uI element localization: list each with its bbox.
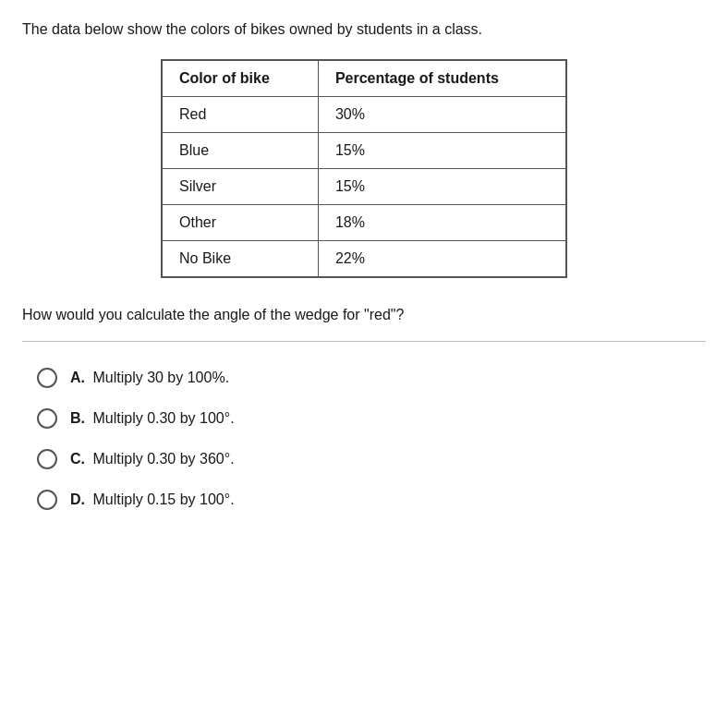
table-row: Blue15% — [162, 133, 566, 169]
table-cell-percentage: 30% — [318, 97, 566, 133]
divider — [22, 341, 706, 342]
table-cell-percentage: 15% — [318, 169, 566, 205]
table-row: Silver15% — [162, 169, 566, 205]
option-b[interactable]: B. Multiply 0.30 by 100°. — [37, 408, 691, 429]
radio-b[interactable] — [37, 408, 57, 429]
table-cell-color: No Bike — [162, 241, 318, 278]
question-text: How would you calculate the angle of the… — [22, 304, 706, 326]
table-cell-percentage: 18% — [318, 205, 566, 241]
table-row: Red30% — [162, 97, 566, 133]
option-label-b: B. Multiply 0.30 by 100°. — [70, 410, 235, 427]
table-cell-percentage: 15% — [318, 133, 566, 169]
table-header-row: Color of bike Percentage of students — [162, 60, 566, 97]
radio-d[interactable] — [37, 490, 57, 510]
table-cell-percentage: 22% — [318, 241, 566, 278]
option-d[interactable]: D. Multiply 0.15 by 100°. — [37, 490, 691, 510]
option-label-a: A. Multiply 30 by 100%. — [70, 370, 229, 386]
option-c[interactable]: C. Multiply 0.30 by 360°. — [37, 449, 691, 469]
options-list: A. Multiply 30 by 100%.B. Multiply 0.30 … — [22, 368, 706, 510]
bike-color-table: Color of bike Percentage of students Red… — [161, 59, 567, 278]
table-cell-color: Other — [162, 205, 318, 241]
table-cell-color: Red — [162, 97, 318, 133]
table-row: No Bike22% — [162, 241, 566, 278]
option-label-d: D. Multiply 0.15 by 100°. — [70, 491, 235, 508]
table-body: Red30%Blue15%Silver15%Other18%No Bike22% — [162, 97, 566, 278]
intro-text: The data below show the colors of bikes … — [22, 18, 706, 41]
radio-a[interactable] — [37, 368, 57, 388]
table-cell-color: Silver — [162, 169, 318, 205]
option-label-c: C. Multiply 0.30 by 360°. — [70, 451, 235, 467]
col1-header: Color of bike — [162, 60, 318, 97]
option-a[interactable]: A. Multiply 30 by 100%. — [37, 368, 691, 388]
table-container: Color of bike Percentage of students Red… — [22, 59, 706, 278]
table-cell-color: Blue — [162, 133, 318, 169]
radio-c[interactable] — [37, 449, 57, 469]
table-row: Other18% — [162, 205, 566, 241]
col2-header: Percentage of students — [318, 60, 566, 97]
